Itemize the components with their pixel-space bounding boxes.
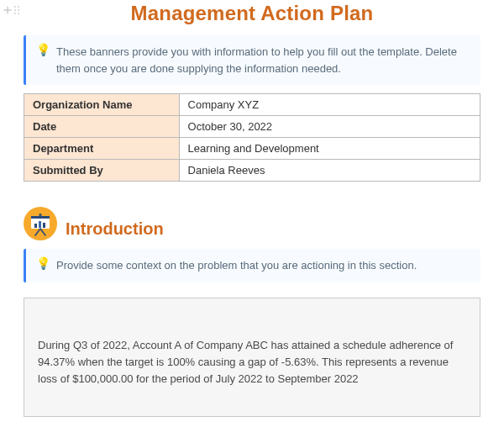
- info-label[interactable]: Organization Name: [24, 94, 180, 116]
- svg-point-3: [18, 9, 19, 11]
- context-paragraph-box[interactable]: During Q3 of 2022, Account A of Company …: [24, 298, 480, 417]
- block-gutter-controls[interactable]: [3, 5, 20, 15]
- svg-rect-10: [39, 221, 41, 228]
- svg-rect-8: [31, 216, 50, 219]
- table-row: Organization Name Company XYZ: [24, 94, 480, 116]
- info-value[interactable]: Learning and Development: [179, 138, 480, 160]
- svg-point-2: [14, 9, 16, 11]
- info-label[interactable]: Date: [24, 116, 180, 138]
- section-heading-introduction: Introduction: [24, 207, 480, 240]
- banner-text: Provide some context on the problem that…: [56, 259, 417, 272]
- info-label[interactable]: Department: [24, 138, 180, 160]
- info-banner-intro[interactable]: 💡 Provide some context on the problem th…: [24, 249, 480, 282]
- info-value[interactable]: Company XYZ: [179, 94, 480, 116]
- plus-icon[interactable]: [3, 6, 12, 14]
- lightbulb-icon: 💡: [36, 257, 50, 269]
- svg-point-12: [39, 214, 41, 216]
- document-body: Management Action Plan 💡 These banners p…: [0, 2, 504, 417]
- drag-handle-icon[interactable]: [13, 5, 20, 15]
- svg-point-5: [18, 13, 19, 14]
- svg-point-0: [14, 6, 16, 8]
- svg-rect-11: [43, 223, 45, 228]
- info-label[interactable]: Submitted By: [24, 160, 180, 182]
- table-row: Date October 30, 2022: [24, 116, 480, 138]
- info-value[interactable]: Daniela Reeves: [179, 160, 480, 182]
- info-table: Organization Name Company XYZ Date Octob…: [24, 93, 480, 182]
- lightbulb-icon: 💡: [36, 44, 50, 55]
- presentation-icon: [24, 207, 57, 240]
- context-text: During Q3 of 2022, Account A of Company …: [38, 339, 453, 385]
- info-banner-top[interactable]: 💡 These banners provide you with informa…: [24, 35, 480, 85]
- svg-point-1: [18, 6, 19, 8]
- section-title: Introduction: [66, 219, 164, 239]
- svg-point-4: [14, 13, 16, 14]
- table-row: Department Learning and Development: [24, 138, 480, 160]
- banner-text: These banners provide you with informati…: [56, 45, 457, 75]
- svg-rect-9: [34, 224, 37, 228]
- table-row: Submitted By Daniela Reeves: [24, 160, 480, 182]
- page-title: Management Action Plan: [24, 2, 480, 25]
- info-value[interactable]: October 30, 2022: [179, 116, 480, 138]
